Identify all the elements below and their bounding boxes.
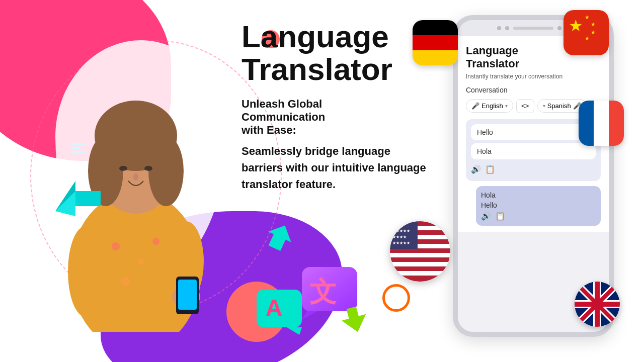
- tagline-heading: Unleash Global Communication with Ease:: [242, 98, 433, 137]
- response-text-1: Hola: [481, 191, 596, 199]
- notch-dot-1: [497, 26, 501, 30]
- svg-text:★★★★★: ★★★★★: [392, 229, 410, 233]
- uk-flag-icon: [575, 282, 620, 327]
- response-bubble: Hola Hello 🔊 📋: [476, 186, 601, 226]
- tagline-line2: Communication: [242, 111, 325, 123]
- orange-ring-decoration: [382, 284, 410, 312]
- swap-icon: <>: [521, 102, 529, 110]
- main-content-area: Language Translator Unleash Global Commu…: [242, 20, 433, 193]
- svg-point-14: [112, 242, 120, 250]
- language-from-button[interactable]: 🎤 English ▾: [466, 99, 513, 113]
- svg-point-5: [148, 136, 184, 206]
- arrow-decoration-green: [339, 304, 370, 337]
- france-flag-icon: [579, 101, 624, 146]
- tagline-line3: with Ease:: [242, 124, 296, 136]
- china-flag-star-main: ★: [569, 16, 583, 35]
- svg-text:A: A: [266, 295, 282, 321]
- mic-icon-left: 🎤: [471, 102, 479, 110]
- svg-marker-20: [75, 191, 101, 206]
- conversation-actions[interactable]: 🔊 📋: [471, 162, 596, 176]
- swap-languages-button[interactable]: <>: [516, 99, 534, 113]
- notch-dot-3: [557, 26, 561, 30]
- conversation-bubble-2: Hola: [471, 143, 596, 159]
- china-flag-icon: ★ ★ ★ ★ ★: [564, 10, 609, 55]
- usa-flag-icon: ★★★★★ ★★★★ ★★★★★: [390, 221, 450, 282]
- main-title: Language Translator: [242, 20, 433, 85]
- svg-point-16: [152, 238, 159, 245]
- chevron-down-icon-right: ▾: [543, 103, 545, 109]
- response-copy-icon[interactable]: 📋: [495, 211, 505, 221]
- svg-point-15: [138, 258, 144, 264]
- title-text: Language Translator: [242, 19, 392, 86]
- cyan-arrow-decoration: [55, 181, 101, 223]
- response-actions[interactable]: 🔊 📋: [481, 211, 596, 221]
- speech-bubble-cyan: A: [257, 290, 307, 337]
- svg-rect-27: [390, 271, 450, 276]
- notch-bar-center: [513, 27, 553, 30]
- chevron-down-icon: ▾: [505, 103, 508, 109]
- bubble1-text: Hello: [477, 128, 493, 136]
- bubble2-text: Hola: [477, 147, 492, 155]
- svg-point-9: [68, 226, 103, 317]
- tagline-line1: Unleash Global: [242, 98, 322, 110]
- svg-point-17: [121, 277, 130, 286]
- phone-app-subtitle: Instantly translate your conversation: [466, 73, 601, 80]
- german-flag-icon: [413, 20, 458, 65]
- description-content: Seamlessly bridge language barriers with…: [242, 145, 426, 191]
- language-from-label: English: [481, 102, 503, 110]
- language-to-label: Spanish: [547, 102, 571, 110]
- svg-rect-25: [390, 253, 450, 257]
- conversation-bubble-1: Hello: [471, 124, 596, 140]
- svg-text:文: 文: [309, 277, 337, 307]
- svg-text:★★★★★: ★★★★★: [392, 241, 410, 245]
- audio-play-icon[interactable]: 🔊: [471, 164, 481, 174]
- svg-text:★★★★: ★★★★: [392, 235, 407, 239]
- description-text: Seamlessly bridge language barriers with…: [242, 143, 433, 193]
- svg-point-8: [133, 173, 138, 180]
- response-audio-icon[interactable]: 🔊: [481, 211, 491, 221]
- response-text-2: Hello: [481, 201, 596, 209]
- conversation-label: Conversation: [466, 86, 601, 94]
- svg-marker-43: [287, 327, 302, 335]
- svg-rect-26: [390, 262, 450, 266]
- notch-dot-2: [505, 26, 509, 30]
- svg-point-6: [119, 166, 127, 171]
- svg-rect-13: [178, 280, 197, 310]
- copy-icon[interactable]: 📋: [485, 164, 495, 174]
- svg-point-7: [144, 166, 152, 171]
